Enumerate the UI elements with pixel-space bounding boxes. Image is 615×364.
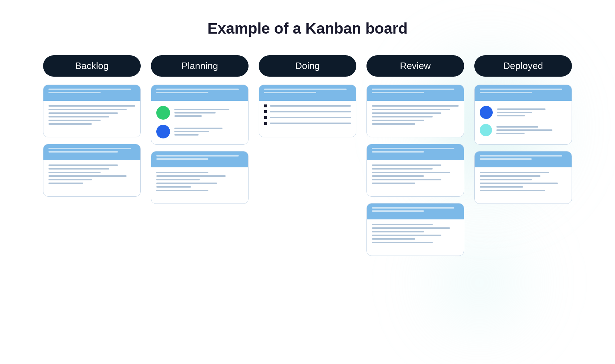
text-line [480,183,558,184]
text-line [48,120,101,121]
card-backlog-1[interactable] [43,144,141,197]
column-planning: Planning [151,55,249,204]
card-header-line [480,92,532,93]
circle-row-1 [480,124,567,136]
card-header-bar-backlog-0 [43,85,140,101]
text-line [480,186,523,188]
column-deployed: Deployed [474,55,572,204]
cards-container-deployed [474,85,572,204]
text-line [48,164,118,166]
card-body-review-0 [367,101,464,137]
circle-text-lines [497,108,567,116]
card-doing-0[interactable] [259,85,356,137]
card-body-list-doing-0 [259,101,356,137]
text-line [156,172,208,173]
circle-text-lines [174,109,243,117]
card-header-bar-doing-0 [259,85,356,101]
card-review-2[interactable] [366,203,464,256]
card-header-line [48,148,131,149]
bullet-icon [264,116,267,119]
text-line [480,179,532,180]
card-header-line [48,151,118,153]
text-line [48,172,101,173]
card-review-0[interactable] [366,85,464,137]
circle-green [156,106,170,120]
text-line [48,183,83,184]
card-header-bar-review-2 [367,204,464,219]
text-line [372,172,450,173]
text-line [372,175,424,177]
text-line [480,175,540,177]
text-line [48,175,127,177]
card-body-review-2 [367,219,464,256]
card-header-line [480,155,562,157]
card-header-bar-backlog-1 [43,144,140,160]
column-header-planning: Planning [151,55,249,77]
text-line [174,128,222,129]
text-line [372,231,424,232]
circle-text-lines [496,126,567,134]
text-line [372,238,415,240]
text-line [372,112,441,114]
cards-container-planning [151,85,249,204]
text-line [48,179,92,180]
circle-cyan [480,124,492,136]
card-deployed-0[interactable] [474,85,572,145]
cards-container-doing [259,85,356,137]
card-header-line [372,210,424,212]
text-line [480,172,549,173]
list-text-line [270,105,351,107]
card-header-line [372,89,454,90]
circle-row-0 [156,106,243,120]
list-item-row-1 [264,110,351,113]
text-line [480,190,545,191]
text-line [174,115,202,117]
page-title: Example of a Kanban board [0,0,615,55]
card-planning-0[interactable] [151,85,249,145]
circle-text-lines [174,128,243,136]
card-header-line [156,158,208,160]
text-line [156,186,191,188]
text-line [156,190,208,191]
bullet-icon [264,122,267,125]
bullet-icon [264,110,267,113]
text-line [156,175,226,177]
list-item-row-3 [264,122,351,125]
text-line [497,108,546,110]
card-body-review-1 [367,160,464,196]
card-header-bar-planning-0 [151,85,248,101]
card-body-deployed-1 [475,167,572,204]
list-text-line [270,123,351,124]
card-header-line [156,92,208,93]
card-body-planning-1 [151,167,248,204]
cards-container-review [366,85,464,256]
text-line [372,235,441,236]
text-line [156,179,200,180]
text-line [372,120,424,121]
text-line [156,183,217,184]
card-header-bar-review-0 [367,85,464,101]
card-header-line [264,89,347,90]
card-header-line [372,151,424,153]
text-line [48,112,118,114]
text-line [48,123,92,125]
text-line [48,168,109,170]
text-line [372,227,450,229]
card-deployed-1[interactable] [474,151,572,204]
text-line [372,224,433,225]
column-doing: Doing [259,55,356,137]
text-line [174,109,229,110]
card-planning-1[interactable] [151,151,249,204]
card-review-1[interactable] [366,144,464,197]
column-header-review: Review [366,55,464,77]
card-header-line [480,89,562,90]
card-body-backlog-1 [43,160,140,196]
card-backlog-0[interactable] [43,85,141,137]
text-line [48,109,127,110]
text-line [496,129,552,131]
text-line [372,109,450,110]
list-text-line [270,117,351,118]
text-line [372,105,459,107]
text-line [48,105,135,107]
column-header-doing: Doing [259,55,356,77]
